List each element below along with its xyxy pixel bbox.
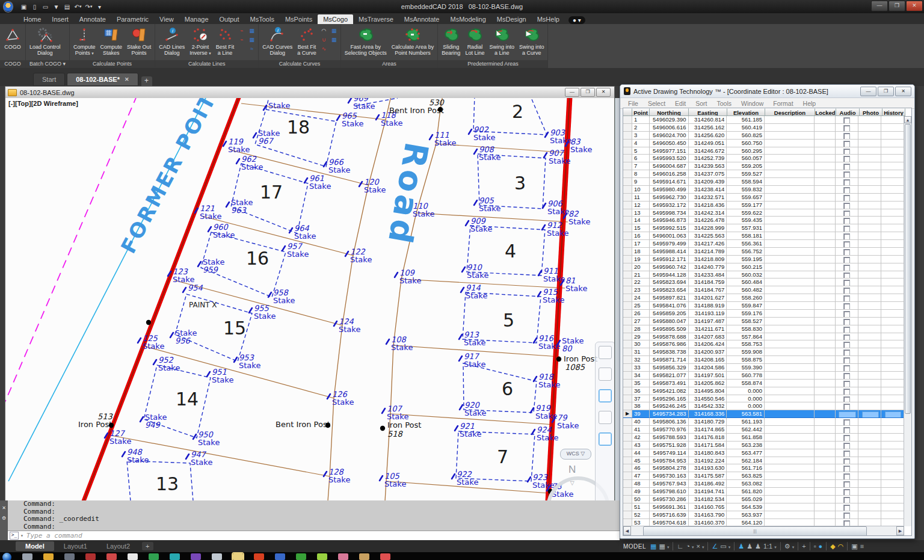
locked-checkbox[interactable] [843, 195, 850, 202]
cell-history[interactable] [881, 286, 904, 294]
taskbar-app-icon-6[interactable] [149, 553, 159, 560]
cell-elevation[interactable]: 560.825 [727, 132, 765, 140]
cell-northing[interactable]: 5495998.734 [650, 209, 689, 217]
cell-photo[interactable] [858, 263, 881, 271]
cell-northing[interactable]: 5495979.499 [650, 240, 689, 248]
cell-elevation[interactable]: 564.539 [727, 503, 765, 511]
locked-checkbox[interactable] [843, 303, 850, 310]
cell-history[interactable] [881, 170, 904, 178]
row-selector-cell[interactable] [623, 434, 632, 442]
cell-description[interactable] [765, 202, 815, 209]
table-row[interactable]: 405495806.136314180.729561.193 [623, 418, 904, 426]
cell-point[interactable]: 39 [632, 410, 650, 418]
row-selector-cell[interactable] [623, 503, 632, 511]
cell-description[interactable] [765, 178, 815, 186]
locked-checkbox[interactable] [843, 419, 850, 426]
table-row[interactable]: 315495838.738314200.937559.908 [623, 348, 904, 356]
cell-description[interactable] [765, 372, 815, 380]
dwg-minimize-button[interactable]: — [565, 88, 579, 97]
locked-checkbox[interactable] [843, 241, 850, 248]
command-caret-icon[interactable]: ▾ [20, 533, 23, 538]
cell-locked[interactable] [815, 147, 836, 155]
locked-checkbox[interactable] [843, 489, 850, 496]
cell-history[interactable] [881, 263, 904, 271]
cell-locked[interactable] [815, 224, 836, 232]
locked-checkbox[interactable] [843, 349, 850, 356]
model-space-label[interactable]: MODEL [623, 543, 646, 550]
cell-northing[interactable]: 5495871.714 [650, 356, 689, 364]
cell-history[interactable] [881, 496, 904, 503]
cell-photo[interactable] [858, 449, 881, 457]
editor-menu-window[interactable]: Window [737, 99, 768, 108]
isolate-objects-icon[interactable]: ◠ [838, 543, 844, 550]
cell-description[interactable] [765, 278, 815, 286]
cell-audio[interactable] [836, 310, 859, 318]
cell-point[interactable]: 14 [632, 217, 650, 224]
vertical-scrollbar[interactable]: ▲ [904, 116, 911, 526]
cell-point[interactable]: 38 [632, 402, 650, 410]
cell-description[interactable] [765, 232, 815, 240]
cell-audio[interactable] [836, 256, 859, 263]
cell-elevation[interactable]: 559.908 [727, 348, 765, 356]
cell-history[interactable] [881, 302, 904, 310]
cell-locked[interactable] [815, 340, 836, 348]
command-close-icon[interactable]: ✕ [2, 505, 6, 511]
locked-checkbox[interactable] [843, 373, 850, 380]
fast-area-by-selecting-objects-button[interactable]: Fast Area bySelecting Objects [343, 25, 389, 57]
best-fit-a-line-button[interactable]: Best Fita Line [214, 25, 236, 57]
table-row[interactable]: 385495246.245314542.3320.000 [623, 402, 904, 410]
radial-lot-line-button[interactable]: RadialLot Line [463, 25, 486, 57]
cell-northing[interactable]: 5496004.687 [650, 162, 689, 170]
cell-point[interactable]: 35 [632, 380, 650, 387]
tbl1-icon[interactable]: ▦ [248, 26, 256, 34]
cell-audio[interactable] [836, 387, 859, 395]
doc-tab-08102base[interactable]: 08-102-BASE*✕ [67, 73, 138, 86]
cell-locked[interactable] [815, 116, 836, 124]
cell-northing[interactable]: 5495946.873 [650, 217, 689, 224]
cell-description[interactable] [765, 186, 815, 194]
cell-audio[interactable] [836, 488, 859, 496]
dwg-close-button[interactable]: ✕ [596, 88, 611, 97]
drawing-canvas[interactable]: 969StakeStake965StakeStake967966Stake962… [5, 98, 614, 500]
cell-history[interactable] [881, 318, 904, 325]
cell-locked[interactable] [815, 140, 836, 147]
locked-checkbox[interactable] [843, 149, 850, 155]
cell-photo[interactable] [858, 147, 881, 155]
cell-northing[interactable]: 5495880.047 [650, 318, 689, 325]
cell-elevation[interactable]: 561.185 [727, 116, 765, 124]
cell-elevation[interactable]: 560.484 [727, 278, 765, 286]
cell-elevation[interactable]: 563.937 [727, 511, 765, 519]
wcs-control[interactable]: WCS ▽ [560, 449, 591, 460]
cell-locked[interactable] [815, 488, 836, 496]
cell-audio[interactable] [836, 364, 859, 372]
cell-locked[interactable] [815, 186, 836, 194]
cell-northing[interactable]: 5495977.151 [650, 147, 689, 155]
open-file-icon[interactable]: ▭ [41, 2, 50, 11]
table-row[interactable]: 95495914.671314209.439558.594 [623, 178, 904, 186]
ribbon-tab-msmodeling[interactable]: MsModeling [445, 14, 491, 24]
cell-point[interactable]: 12 [632, 202, 650, 209]
cell-history[interactable] [881, 395, 904, 403]
locked-checkbox[interactable] [843, 156, 850, 162]
row-selector-cell[interactable] [623, 356, 632, 364]
cell-northing[interactable]: 5495749.114 [650, 449, 689, 457]
cell-elevation[interactable]: 559.847 [727, 302, 765, 310]
locked-checkbox[interactable] [843, 381, 850, 387]
object-snap-icon[interactable]: ∠ [712, 543, 718, 550]
annotation-scale-value[interactable]: 1:1 ▾ [763, 543, 777, 550]
ribbon-tab-mshelp[interactable]: MsHelp [532, 14, 565, 24]
cell-point[interactable]: 1 [632, 116, 650, 124]
cell-elevation[interactable]: 558.875 [727, 356, 765, 364]
cell-history[interactable] [881, 472, 904, 480]
cell-elevation[interactable]: 561.820 [727, 488, 765, 496]
cell-elevation[interactable]: 558.527 [727, 318, 765, 325]
cell-easting[interactable]: 314205.862 [689, 380, 727, 387]
swing-into-a-line-button[interactable]: Swing intoa Line [487, 25, 516, 57]
cell-easting[interactable]: 314495.804 [689, 387, 727, 395]
locked-checkbox[interactable] [843, 481, 850, 488]
cell-description[interactable] [765, 194, 815, 202]
cell-elevation[interactable]: 558.260 [727, 294, 765, 302]
cell-photo[interactable] [858, 286, 881, 294]
cell-point[interactable]: 36 [632, 387, 650, 395]
ribbon-tab-view[interactable]: View [154, 14, 179, 24]
